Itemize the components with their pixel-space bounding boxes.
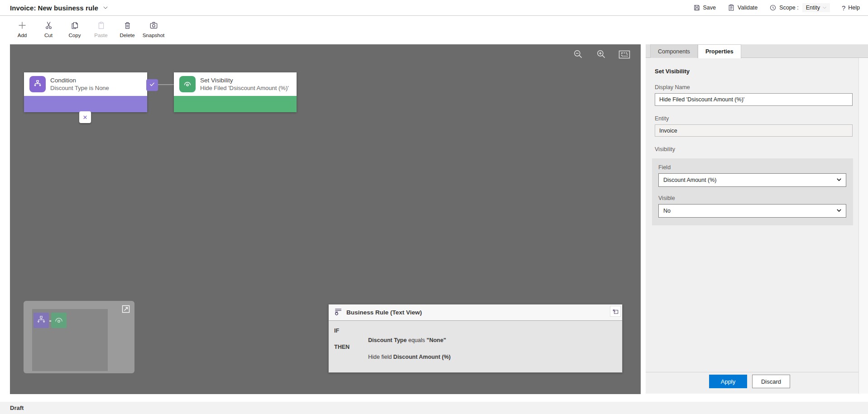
designer-canvas[interactable]: Condition Discount Type is None Set Visi… (10, 44, 641, 394)
paste-button: Paste (88, 16, 114, 44)
textview-action-field: Discount Amount (%) (393, 354, 451, 360)
visibility-label: Visibility (655, 146, 853, 152)
help-label: Help (848, 5, 860, 11)
connector-check-badge[interactable] (146, 79, 158, 91)
scope-value: Entity (806, 5, 820, 11)
chevron-down-icon (822, 5, 827, 10)
set-visibility-node-body: Set Visibility Hide Filed 'Dsiscount Amo… (174, 72, 297, 96)
textview-icon (334, 308, 342, 318)
panel-scrollbar[interactable] (858, 58, 868, 394)
minimap-condition-node (34, 313, 49, 328)
condition-node-body: Condition Discount Type is None (24, 72, 147, 96)
textview-action-prefix: Hide field (368, 354, 392, 360)
snapshot-button[interactable]: Snapshot (140, 16, 167, 44)
textview-condition-operator: equals (408, 337, 425, 343)
save-button[interactable]: Save (693, 4, 716, 11)
paste-label: Paste (94, 33, 107, 38)
cut-label: Cut (44, 33, 53, 38)
delete-button[interactable]: Delete (114, 16, 140, 44)
entity-input (655, 124, 853, 137)
save-label: Save (703, 5, 716, 11)
tab-components[interactable]: Components (650, 44, 698, 58)
textview-action-line: Hide field Discount Amount (%) (334, 353, 622, 361)
copy-icon (71, 20, 79, 30)
zoom-out-icon[interactable] (573, 49, 584, 60)
fit-screen-icon[interactable] (619, 50, 630, 59)
apply-button[interactable]: Apply (709, 375, 747, 388)
condition-node[interactable]: Condition Discount Type is None (24, 72, 147, 112)
snapshot-label: Snapshot (143, 33, 165, 38)
textview-condition-field: Discount Type (368, 337, 407, 343)
textview-panel: Business Rule (Text View) IF Discount Ty… (328, 304, 623, 373)
delete-label: Delete (120, 33, 134, 38)
scope-control[interactable]: Scope : Entity (769, 3, 830, 12)
scope-value-dropdown[interactable]: Entity (802, 3, 830, 12)
tab-properties[interactable]: Properties (698, 44, 741, 58)
set-visibility-node-title: Set Visibility (200, 76, 289, 84)
condition-node-title: Condition (50, 76, 109, 84)
connector-line (158, 84, 174, 85)
visibility-eye-icon (179, 76, 196, 92)
add-label: Add (18, 33, 27, 38)
business-rule-designer: Invoice:New business rule Save Validate … (0, 0, 868, 414)
status-badge: Draft (10, 404, 24, 411)
condition-node-strip (24, 96, 147, 112)
panel-content: Set Visibility Display Name Entity Visib… (646, 58, 868, 225)
validate-button[interactable]: Validate (728, 4, 758, 11)
copy-button[interactable]: Copy (62, 16, 88, 44)
panel-tabs: Components Properties (646, 44, 868, 58)
textview-if-label: IF (334, 327, 622, 335)
close-icon: ✕ (83, 114, 88, 121)
copy-label: Copy (69, 33, 81, 38)
visibility-group: Field Discount Amount (%) Visible No (652, 158, 853, 225)
help-icon: ? (842, 4, 845, 12)
scope-label: Scope : (779, 5, 798, 11)
scope-history-icon (769, 4, 777, 11)
titlebar: Invoice:New business rule Save Validate … (0, 0, 868, 16)
snapshot-icon (149, 20, 158, 30)
validate-icon (728, 4, 735, 11)
textview-title: Business Rule (Text View) (346, 309, 422, 316)
field-label: Field (658, 164, 846, 171)
delete-icon (124, 20, 131, 30)
properties-panel: Components Properties Set Visibility Dis… (646, 44, 868, 394)
condition-node-close-button[interactable]: ✕ (79, 111, 91, 123)
set-visibility-node-strip (174, 96, 297, 112)
visible-select[interactable]: No (658, 204, 846, 218)
textview-condition-value: "None" (427, 337, 446, 343)
toolbar: Add Cut Copy Paste Delete Snapshot (0, 16, 868, 44)
help-button[interactable]: ? Help (842, 4, 860, 12)
entity-label: Entity (655, 115, 853, 122)
condition-branch-icon (29, 76, 46, 92)
paste-icon (97, 20, 105, 30)
validate-label: Validate (738, 5, 758, 11)
minimap[interactable] (24, 301, 134, 373)
textview-body: IF Discount Type equals "None" THEN Hide… (329, 321, 622, 361)
page-title: Invoice:New business rule (10, 4, 98, 12)
add-icon (18, 20, 27, 30)
page-title-prefix: Invoice: (10, 4, 36, 12)
titlebar-actions: Save Validate Scope : Entity ? Help (693, 3, 860, 12)
field-select[interactable]: Discount Amount (%) (658, 173, 846, 187)
set-visibility-node[interactable]: Set Visibility Hide Filed 'Dsiscount Amo… (174, 72, 297, 112)
display-name-label: Display Name (655, 84, 853, 90)
discard-button[interactable]: Discard (752, 375, 790, 388)
chevron-down-icon[interactable] (102, 5, 109, 11)
check-icon (149, 81, 155, 89)
display-name-input[interactable] (655, 93, 853, 106)
statusbar: Draft (0, 402, 868, 414)
restore-panel-icon[interactable] (610, 306, 621, 317)
zoom-in-icon[interactable] (596, 49, 607, 60)
page-title-name: New business rule (38, 4, 98, 12)
visible-label: Visible (658, 195, 846, 201)
minimap-expand-icon[interactable] (121, 305, 130, 314)
save-icon (693, 4, 700, 11)
add-button[interactable]: Add (9, 16, 35, 44)
panel-heading: Set Visibility (655, 68, 853, 75)
cut-icon (45, 20, 53, 30)
panel-footer-divider (646, 372, 858, 372)
cut-button[interactable]: Cut (35, 16, 62, 44)
textview-header[interactable]: Business Rule (Text View) (329, 305, 622, 321)
minimap-visibility-node (51, 313, 67, 328)
condition-node-subtitle: Discount Type is None (50, 84, 109, 92)
